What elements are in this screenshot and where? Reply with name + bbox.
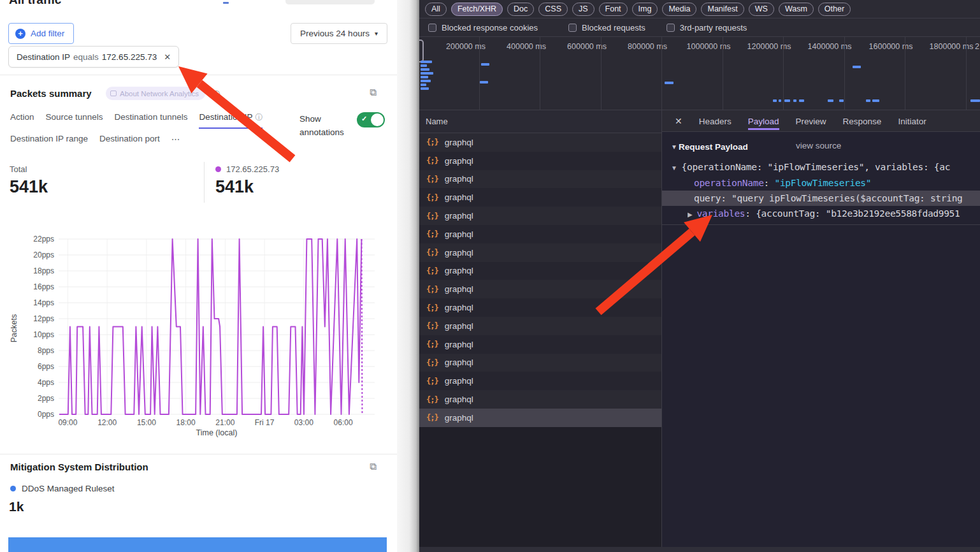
view-source-link[interactable]: view source: [796, 141, 841, 150]
timeline-gridline: [479, 37, 480, 110]
json-file-icon: {;}: [426, 156, 438, 165]
about-network-analytics-badge[interactable]: About Network Analytics: [106, 87, 205, 100]
payload-line[interactable]: ▶variables: {accountTag: "b12e3b2192ee55…: [688, 206, 980, 221]
json-text: :: [721, 193, 731, 203]
filter-pill-fetch-xhr[interactable]: Fetch/XHR: [451, 3, 503, 16]
checkbox-3rd-party-requests[interactable]: 3rd-party requests: [667, 23, 747, 33]
filter-pill-css[interactable]: CSS: [538, 3, 568, 16]
show-annotations-toggle[interactable]: ✓: [357, 112, 385, 127]
filter-pill-js[interactable]: JS: [572, 3, 594, 16]
request-row-graphql[interactable]: {;}graphql: [419, 280, 661, 298]
svg-text:6pps: 6pps: [38, 362, 54, 371]
checkbox-icon[interactable]: [667, 24, 675, 32]
request-row-graphql[interactable]: {;}graphql: [419, 207, 661, 225]
checkbox-icon[interactable]: [428, 24, 436, 32]
json-text: {operationName: "ipFlowTimeseries", vari…: [682, 162, 951, 172]
timeline-request-bar: [421, 64, 427, 67]
filter-pill-wasm[interactable]: Wasm: [779, 3, 814, 16]
request-row-graphql[interactable]: {;}graphql: [419, 170, 661, 189]
checkbox-label: Blocked response cookies: [442, 23, 538, 33]
request-name: graphql: [445, 248, 473, 258]
svg-text:12:00: 12:00: [97, 418, 117, 427]
request-row-graphql[interactable]: {;}graphql: [419, 409, 661, 427]
request-row-graphql[interactable]: {;}graphql: [419, 298, 661, 317]
filter-pill-media[interactable]: Media: [662, 3, 696, 16]
request-payload-section[interactable]: ▼ Request Payload: [671, 138, 748, 155]
svg-text:09:00: 09:00: [58, 418, 77, 427]
filter-pill-all[interactable]: All: [425, 3, 447, 16]
expand-card-icon[interactable]: ⧉: [370, 87, 377, 98]
timeline-request-bar: [872, 99, 879, 102]
svg-text:06:00: 06:00: [334, 418, 353, 427]
request-row-graphql[interactable]: {;}graphql: [419, 225, 661, 243]
dimension-tabs-row2: Destination IP rangeDestination port⋯: [10, 134, 180, 149]
json-key: variables: [696, 208, 745, 219]
request-name: graphql: [445, 266, 473, 275]
expander-icon[interactable]: ▼: [671, 164, 677, 171]
detail-tab-payload[interactable]: Payload: [748, 112, 779, 130]
close-detail-icon[interactable]: ✕: [675, 116, 682, 126]
timeline-gridline: [844, 37, 845, 110]
request-row-graphql[interactable]: {;}graphql: [419, 335, 661, 354]
tab-destination-ip-range[interactable]: Destination IP range: [10, 134, 88, 149]
timeline-request-bar: [866, 99, 870, 102]
divider: [204, 162, 205, 203]
request-row-graphql[interactable]: {;}graphql: [419, 354, 661, 372]
filter-pill-img[interactable]: Img: [632, 3, 658, 16]
filter-pill-manifest[interactable]: Manifest: [701, 3, 744, 16]
tab-destination-port[interactable]: Destination port: [99, 134, 160, 149]
request-row-graphql[interactable]: {;}graphql: [419, 133, 661, 152]
payload-line[interactable]: ▼{operationName: "ipFlowTimeseries", var…: [671, 159, 980, 175]
tab-destination-ip[interactable]: Destination IPⓘ: [199, 112, 263, 129]
tab-action[interactable]: Action: [10, 112, 34, 129]
json-text: {accountTag: "b12e3b2192ee5588fdad9951: [756, 208, 960, 219]
expander-icon[interactable]: ▶: [688, 211, 692, 218]
network-overview-timeline[interactable]: 200000 ms400000 ms600000 ms800000 ms1000…: [419, 37, 980, 110]
request-row-graphql[interactable]: {;}graphql: [419, 390, 661, 409]
detail-tab-response[interactable]: Response: [843, 112, 882, 130]
tab--[interactable]: ⋯: [171, 134, 180, 149]
request-row-graphql[interactable]: {;}graphql: [419, 317, 661, 335]
request-row-graphql[interactable]: {;}graphql: [419, 243, 661, 262]
timeline-request-bar: [421, 84, 426, 86]
add-filter-button[interactable]: + Add filter: [8, 23, 74, 44]
timeline-drag-handle[interactable]: [419, 40, 424, 62]
request-name: graphql: [445, 138, 473, 147]
expand-card-icon[interactable]: ⧉: [370, 461, 377, 472]
payload-line: query: "query ipFlowTimeseries($accountT…: [694, 191, 980, 206]
svg-text:10pps: 10pps: [33, 330, 54, 339]
filter-pill-font[interactable]: Font: [599, 3, 628, 16]
filter-chip[interactable]: Destination IP equals 172.65.225.73 ✕: [8, 46, 179, 68]
timeline-request-bar: [828, 99, 833, 102]
checkbox-blocked-response-cookies[interactable]: Blocked response cookies: [428, 23, 538, 33]
json-file-icon: {;}: [426, 229, 438, 238]
timeline-request-bar: [665, 82, 674, 84]
tab-destination-tunnels[interactable]: Destination tunnels: [115, 112, 188, 129]
remove-filter-icon[interactable]: ✕: [164, 52, 171, 62]
detail-tab-initiator[interactable]: Initiator: [898, 112, 926, 130]
json-string-value: "ipFlowTimeseries": [774, 178, 871, 188]
request-row-graphql[interactable]: {;}graphql: [419, 152, 661, 170]
time-range-dropdown[interactable]: Previous 24 hours ▾: [291, 23, 387, 44]
request-row-graphql[interactable]: {;}graphql: [419, 372, 661, 390]
detail-tab-preview[interactable]: Preview: [796, 112, 826, 130]
json-file-icon: {;}: [426, 303, 438, 312]
tab-source-tunnels[interactable]: Source tunnels: [46, 112, 103, 129]
name-column-header[interactable]: Name: [419, 110, 661, 133]
request-name: graphql: [445, 211, 473, 221]
filter-pill-ws[interactable]: WS: [749, 3, 774, 16]
timeline-gridline: [661, 37, 662, 110]
checkbox-blocked-requests[interactable]: Blocked requests: [568, 23, 645, 33]
timeline-request-bar: [793, 99, 796, 102]
timeline-request-bar: [421, 76, 428, 78]
payload-line: operationName: "ipFlowTimeseries": [694, 175, 980, 191]
request-row-graphql[interactable]: {;}graphql: [419, 188, 661, 207]
filter-pill-doc[interactable]: Doc: [507, 3, 534, 16]
checkbox-icon[interactable]: [568, 24, 577, 32]
filter-pill-other[interactable]: Other: [818, 3, 851, 16]
detail-tab-headers[interactable]: Headers: [699, 112, 731, 130]
svg-text:16pps: 16pps: [33, 282, 54, 291]
request-row-graphql[interactable]: {;}graphql: [419, 262, 661, 280]
request-type-filter-bar: AllFetch/XHRDocCSSJSFontImgMediaManifest…: [419, 0, 980, 18]
clock-icon: ◷: [212, 88, 220, 98]
